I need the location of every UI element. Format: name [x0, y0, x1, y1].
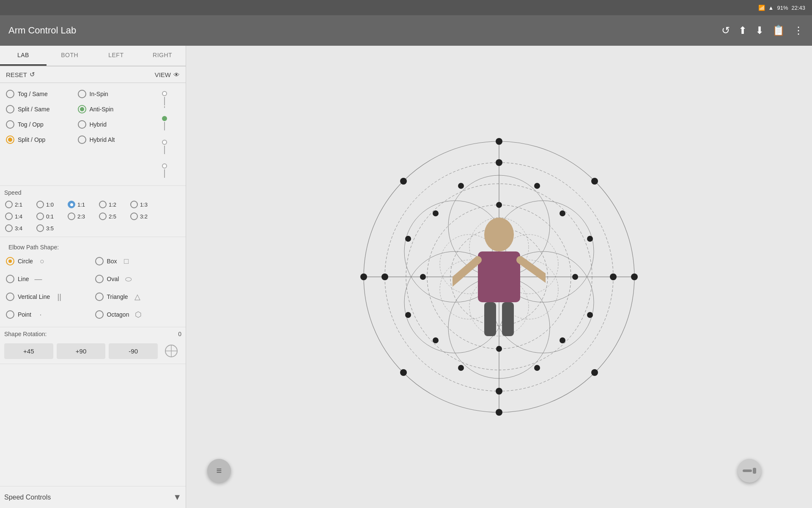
- anti-spin-radio[interactable]: [78, 105, 86, 113]
- box-option[interactable]: Box □: [93, 252, 182, 270]
- box-radio[interactable]: [95, 257, 104, 265]
- rotate-minus90-button[interactable]: -90: [109, 343, 158, 359]
- speed-3-5-radio[interactable]: [36, 224, 44, 232]
- svg-point-31: [496, 388, 502, 395]
- svg-point-36: [496, 202, 502, 208]
- speed-2-5-radio[interactable]: [99, 213, 107, 220]
- speed-1-4[interactable]: 1:4: [4, 211, 34, 221]
- split-same-option[interactable]: Split / Same: [4, 102, 74, 116]
- oval-radio[interactable]: [95, 275, 104, 283]
- speed-0-1[interactable]: 0:1: [36, 211, 65, 221]
- rotate-plus90-button[interactable]: +90: [57, 343, 106, 359]
- speed-1-1[interactable]: 1:1: [67, 199, 96, 210]
- oval-option[interactable]: Oval ⬭: [93, 270, 182, 288]
- rotation-value: 0: [178, 331, 181, 337]
- report-button[interactable]: 📋: [772, 25, 785, 36]
- speed-1-4-radio[interactable]: [5, 213, 13, 220]
- slider-2[interactable]: [148, 113, 181, 134]
- reset-button[interactable]: RESET ↺: [6, 71, 35, 78]
- triangle-label: Triangle: [107, 293, 128, 300]
- hybrid-option[interactable]: Hybrid: [76, 118, 146, 131]
- svg-point-38: [433, 210, 439, 216]
- anti-spin-option[interactable]: Anti-Spin: [76, 102, 146, 116]
- octagon-option[interactable]: Octagon ⬡: [93, 306, 182, 323]
- octagon-label: Octagon: [107, 311, 129, 318]
- circle-option[interactable]: Circle ○: [4, 252, 93, 270]
- refresh-button[interactable]: ↺: [721, 25, 730, 36]
- main-layout: LAB BOTH LEFT RIGHT RESET ↺ VIEW 👁 Tog /…: [0, 46, 812, 508]
- speed-1-3-radio[interactable]: [130, 201, 138, 208]
- triangle-radio[interactable]: [95, 293, 104, 301]
- svg-point-34: [420, 274, 426, 280]
- left-panel: LAB BOTH LEFT RIGHT RESET ↺ VIEW 👁 Tog /…: [0, 46, 186, 508]
- speed-section: Speed 2:1 1:0 1:1 1:2: [0, 186, 186, 237]
- motion-type-grid: Tog / Same Split / Same Tog / Opp Split …: [0, 83, 186, 186]
- speed-1-3[interactable]: 1:3: [129, 199, 159, 210]
- speed-2-3[interactable]: 2:3: [67, 211, 96, 221]
- tog-opp-radio[interactable]: [6, 120, 14, 129]
- speed-1-1-radio[interactable]: [68, 201, 75, 208]
- speed-1-2[interactable]: 1:2: [98, 199, 128, 210]
- split-same-radio[interactable]: [6, 105, 14, 113]
- tog-same-radio[interactable]: [6, 90, 14, 98]
- circle-radio[interactable]: [6, 257, 14, 265]
- reset-icon: ↺: [30, 71, 35, 78]
- speed-3-2[interactable]: 3:2: [129, 211, 159, 221]
- signal-icon: ▲: [768, 5, 774, 11]
- speed-1-2-radio[interactable]: [99, 201, 107, 208]
- view-button[interactable]: VIEW 👁: [155, 71, 180, 78]
- speed-3-4[interactable]: 3:4: [4, 223, 34, 233]
- speed-3-5[interactable]: 3:5: [36, 223, 65, 233]
- octagon-shape-icon: ⬡: [132, 309, 144, 320]
- speed-3-2-radio[interactable]: [130, 213, 138, 220]
- speed-3-4-radio[interactable]: [5, 224, 13, 232]
- svg-point-27: [591, 178, 598, 185]
- tab-both[interactable]: BOTH: [47, 46, 93, 66]
- line-option[interactable]: Line —: [4, 270, 93, 288]
- speed-2-1-radio[interactable]: [5, 201, 13, 208]
- split-opp-radio[interactable]: [6, 135, 14, 144]
- export-button[interactable]: ⬆: [738, 25, 747, 36]
- slider-4[interactable]: [148, 160, 181, 181]
- svg-point-47: [587, 236, 593, 242]
- slider-1[interactable]: [148, 89, 181, 110]
- slider-3[interactable]: [148, 136, 181, 157]
- octagon-radio[interactable]: [95, 310, 104, 319]
- speed-grid: 2:1 1:0 1:1 1:2 1:3: [0, 198, 186, 237]
- point-radio[interactable]: [6, 310, 14, 319]
- fab-menu-button[interactable]: ≡: [207, 459, 231, 483]
- speed-1-0[interactable]: 1:0: [36, 199, 65, 210]
- tog-same-option[interactable]: Tog / Same: [4, 87, 74, 101]
- speed-2-5[interactable]: 2:5: [98, 211, 128, 221]
- speed-2-1[interactable]: 2:1: [4, 199, 34, 210]
- hybrid-alt-radio[interactable]: [78, 135, 86, 144]
- rotate-plus45-button[interactable]: +45: [4, 343, 53, 359]
- hybrid-radio[interactable]: [78, 120, 86, 129]
- vertical-line-radio[interactable]: [6, 293, 14, 301]
- svg-point-43: [534, 183, 540, 189]
- hybrid-alt-label: Hybrid Alt: [90, 136, 115, 143]
- vertical-line-option[interactable]: Vertical Line ||: [4, 288, 93, 306]
- tab-right[interactable]: RIGHT: [139, 46, 186, 66]
- in-spin-option[interactable]: In-Spin: [76, 87, 146, 101]
- point-shape-icon: ·: [35, 309, 47, 320]
- fab-record-button[interactable]: [738, 459, 761, 483]
- tab-left[interactable]: LEFT: [93, 46, 140, 66]
- elbow-path-label: Elbow Path Shape:: [4, 240, 181, 252]
- split-opp-option[interactable]: Split / Opp: [4, 133, 74, 146]
- speed-1-0-radio[interactable]: [36, 201, 44, 208]
- speed-2-3-radio[interactable]: [68, 213, 75, 220]
- app-bar-actions: ↺ ⬆ ⬇ 📋 ⋮: [721, 25, 804, 36]
- speed-controls-expand-button[interactable]: ▼: [173, 492, 181, 502]
- hybrid-alt-option[interactable]: Hybrid Alt: [76, 133, 146, 146]
- point-option[interactable]: Point ·: [4, 306, 93, 323]
- triangle-option[interactable]: Triangle △: [93, 288, 182, 306]
- line-radio[interactable]: [6, 275, 14, 283]
- tabs: LAB BOTH LEFT RIGHT: [0, 46, 186, 66]
- tab-lab[interactable]: LAB: [0, 46, 47, 66]
- download-button[interactable]: ⬇: [755, 25, 764, 36]
- speed-0-1-radio[interactable]: [36, 213, 44, 220]
- in-spin-radio[interactable]: [78, 90, 86, 98]
- more-button[interactable]: ⋮: [793, 25, 804, 36]
- tog-opp-option[interactable]: Tog / Opp: [4, 118, 74, 131]
